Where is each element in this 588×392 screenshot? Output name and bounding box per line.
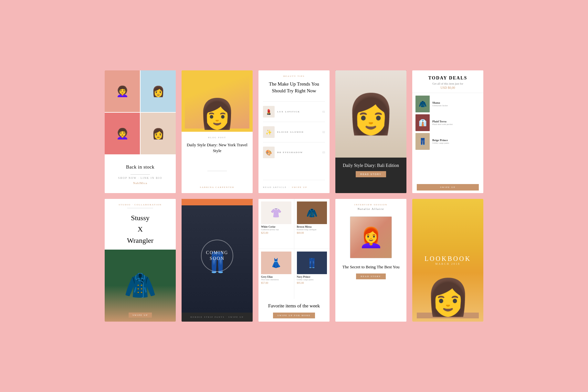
deal-img-2: 👔 bbox=[415, 114, 430, 131]
item-photo-1: 👚 bbox=[261, 201, 291, 224]
bali-title: Daily Style Diary: Bali Edition bbox=[343, 163, 399, 169]
collab-title: StussyXWrangler bbox=[109, 212, 171, 246]
product-info-3: BH EYESHADOW bbox=[277, 151, 320, 154]
deal-name-1: Shana bbox=[432, 101, 448, 104]
beauty-tag: BEAUTY TIPS bbox=[263, 75, 325, 77]
model-figure-3: 👩‍🦱 bbox=[105, 113, 140, 154]
item-name-2: Brown Mirza bbox=[297, 225, 327, 228]
interview-figure: 👩‍🦰 bbox=[359, 226, 383, 249]
item-name-1: White Cerise bbox=[261, 225, 291, 228]
photo-grid: 👩‍🦱 👩 👩‍🦱 👩 bbox=[105, 70, 176, 154]
card2-bottom: Daily Style Diary: New York Travel Style… bbox=[182, 139, 253, 193]
card-coming-soon: 👖 COMING SOON BORDIE STRIP PANTS · SWIPE… bbox=[182, 199, 253, 322]
item-name-3: Grey Elias bbox=[261, 275, 291, 278]
product-name-3: BH EYESHADOW bbox=[277, 151, 320, 154]
read-article-label[interactable]: READ ARTICLE bbox=[263, 186, 287, 189]
lookbook-date: MARCH 2018 bbox=[412, 263, 483, 265]
deal-info-1: Shana Utilitarian Jacket bbox=[432, 101, 448, 107]
blog-tag: BLOG POST bbox=[182, 132, 253, 139]
product-row-3: 🎨 BH EYESHADOW 03 bbox=[263, 145, 325, 160]
photo-4: 👩 bbox=[141, 113, 176, 154]
deal-img-3: 👖 bbox=[415, 133, 430, 150]
swipe-up-label[interactable]: SWIPE UP bbox=[292, 186, 307, 189]
deals-cta-button[interactable]: SWIPE UP bbox=[417, 184, 479, 191]
deals-product-list: 🧥 Shana Utilitarian Jacket 👔 Plaid Terra… bbox=[412, 93, 483, 181]
item-price-4: $95.00 bbox=[297, 282, 327, 284]
product-info-1: LUX LIPSTICK bbox=[277, 110, 320, 113]
item-cell-2: 🧥 Brown Mirza Knitted long cardigan $69.… bbox=[294, 199, 330, 249]
item-cell-3: 👗 Grey Elias Two-tone shirtdress $57.00 bbox=[258, 249, 294, 299]
product-row-2: ✨ ELOISE GLOWED 02 bbox=[263, 125, 325, 139]
deal-item-3: 👖 Beige Prince Utility cargo pants bbox=[415, 133, 480, 150]
collab-tag: STUDIO · COLLABORATION bbox=[105, 199, 176, 208]
beauty-title: The Make Up Trends You Should Try Right … bbox=[263, 81, 325, 94]
blog-figure: 👩 bbox=[199, 99, 235, 129]
interview-cta-button[interactable]: READ STORY bbox=[356, 273, 385, 279]
bali-figure: 👩 bbox=[347, 91, 395, 137]
card-blog-post: 👩 BLOG POST Daily Style Diary: New York … bbox=[182, 70, 253, 193]
item-price-3: $57.00 bbox=[261, 282, 291, 284]
item-photo-3: 👗 bbox=[261, 252, 291, 274]
divider3 bbox=[263, 142, 325, 142]
coming-soon-circle: COMING SOON bbox=[201, 240, 233, 272]
deal-item-1: 🧥 Shana Utilitarian Jacket bbox=[415, 96, 480, 112]
product-row-1: 💄 LUX LIPSTICK 01 bbox=[263, 104, 325, 119]
card-today-deals: TODAY DEALS Get all of this item just fo… bbox=[412, 70, 483, 193]
card-favorite-items: 👚 White Cerise Gathered jersey top $25.0… bbox=[258, 199, 330, 322]
card-stussy-wrangler: STUDIO · COLLABORATION StussyXWrangler 🧥… bbox=[105, 199, 176, 322]
deal-name-3: Beige Prince bbox=[432, 139, 449, 142]
deals-header: TODAY DEALS Get all of this item just fo… bbox=[412, 70, 483, 93]
item-photo-4: 👖 bbox=[297, 252, 327, 274]
blog-title: Daily Style Diary: New York Travel Style bbox=[186, 142, 248, 154]
interview-tag: INTERVIEW SESSION bbox=[340, 203, 402, 206]
deals-price: USD $0,00 bbox=[417, 86, 479, 89]
blog-photo: 👩 bbox=[185, 74, 249, 129]
card-interview: INTERVIEW SESSION Natalie Allaire 👩‍🦰 Th… bbox=[335, 199, 406, 322]
product-info-2: ELOISE GLOWED bbox=[277, 131, 320, 133]
coming-soon-footer[interactable]: BORDIE STRIP PANTS · SWIPE UP bbox=[182, 313, 253, 322]
collab-figure: 🧥 bbox=[124, 270, 156, 301]
divider bbox=[131, 174, 150, 175]
bali-bottom: Daily Style Diary: Bali Edition READ STO… bbox=[335, 158, 406, 182]
item-photo-2: 🧥 bbox=[297, 201, 327, 224]
collab-text: StussyXWrangler bbox=[105, 212, 176, 246]
model-figure-2: 👩 bbox=[141, 70, 176, 112]
model-figure-4: 👩 bbox=[141, 113, 176, 154]
items-swipe-button[interactable]: SWIPE UP FOR MORE bbox=[273, 313, 315, 318]
photo-2: 👩 bbox=[141, 70, 176, 112]
lookbook-title: LOOKBOOK bbox=[412, 255, 483, 263]
items-grid: 👚 White Cerise Gathered jersey top $25.0… bbox=[258, 199, 330, 299]
beauty-cta: READ ARTICLE · SWIPE UP bbox=[263, 186, 325, 189]
collab-swipe-button[interactable]: SWIPE UP bbox=[129, 313, 152, 318]
interview-bottom: The Secret to Being The Best You READ ST… bbox=[335, 262, 406, 283]
coming-soon-photo: 👖 COMING SOON bbox=[182, 199, 253, 313]
product-num-1: 01 bbox=[322, 110, 325, 113]
brand-name: NahlMica bbox=[133, 181, 147, 185]
product-icon-1: 💄 bbox=[263, 106, 275, 118]
interview-top: INTERVIEW SESSION Natalie Allaire bbox=[335, 199, 406, 213]
divider bbox=[207, 171, 227, 171]
model-figure-1: 👩‍🦱 bbox=[105, 70, 140, 112]
card-bali-edition: 👩 Daily Style Diary: Bali Edition READ S… bbox=[335, 70, 406, 193]
back-in-stock-title: Back in stock bbox=[126, 164, 154, 170]
deal-img-1: 🧥 bbox=[415, 96, 430, 112]
deal-desc-2: Plaid shirt with pocket bbox=[432, 123, 453, 126]
item-cell-4: 👖 Navy Prince Utility cargo pants $95.00 bbox=[294, 249, 330, 299]
deal-info-3: Beige Prince Utility cargo pants bbox=[432, 139, 449, 144]
items-bottom: Favorite items of the week SWIPE UP FOR … bbox=[258, 299, 330, 322]
collab-photo: 🧥 bbox=[105, 250, 176, 322]
item-price-1: $25.00 bbox=[261, 232, 291, 234]
item-desc-3: Two-tone shirtdress bbox=[261, 278, 291, 281]
card-lookbook: 👩 LOOKBOOK MARCH 2018 SHOP NOW bbox=[412, 199, 483, 322]
items-title: Favorite items of the week bbox=[263, 303, 325, 309]
blog-author: SABRINA CARPENTER bbox=[200, 186, 235, 189]
item-desc-1: Gathered jersey top bbox=[261, 228, 291, 231]
deal-name-2: Plaid Terra bbox=[432, 120, 453, 123]
deal-desc-1: Utilitarian Jacket bbox=[432, 104, 448, 107]
item-desc-4: Utility cargo pants bbox=[297, 278, 327, 281]
shop-link[interactable]: SHOP NOW · LINK IN BIO bbox=[118, 177, 162, 180]
bali-cta-button[interactable]: READ STORY bbox=[356, 171, 386, 177]
product-num-2: 02 bbox=[322, 131, 325, 134]
item-name-4: Navy Prince bbox=[297, 275, 327, 278]
card-beauty-tips: BEAUTY TIPS The Make Up Trends You Shoul… bbox=[258, 70, 330, 193]
